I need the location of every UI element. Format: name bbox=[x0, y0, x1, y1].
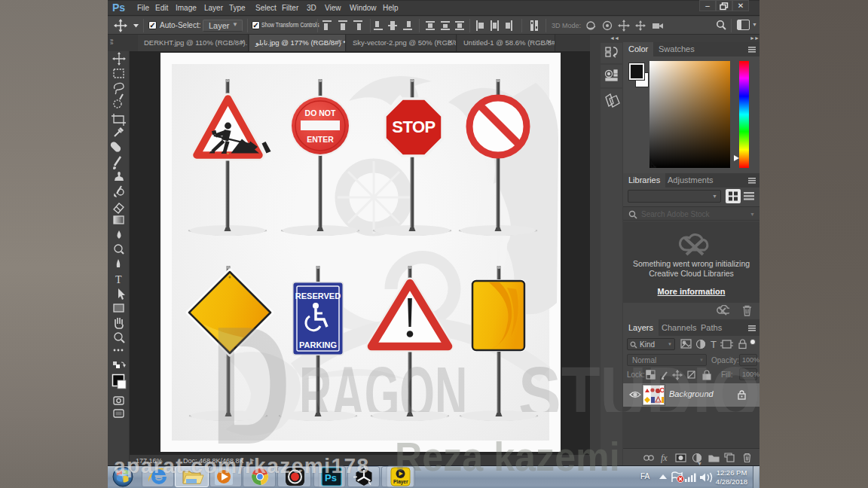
svg-text:fx: fx bbox=[661, 453, 668, 463]
svg-text:RESERVED: RESERVED bbox=[295, 291, 341, 300]
svg-text:DO NOT: DO NOT bbox=[305, 108, 336, 117]
svg-text:Player: Player bbox=[393, 479, 408, 485]
svg-text:PARKING: PARKING bbox=[299, 340, 337, 349]
svg-text:T: T bbox=[115, 274, 122, 285]
svg-text:ENTER: ENTER bbox=[307, 135, 334, 144]
svg-text:T: T bbox=[711, 339, 717, 349]
svg-text:STOP: STOP bbox=[392, 117, 436, 136]
